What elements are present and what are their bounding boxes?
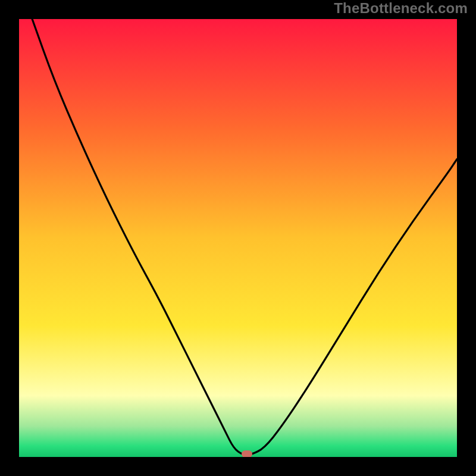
plot-area	[19, 19, 457, 457]
optimal-point-marker	[242, 450, 252, 457]
curve-layer	[19, 19, 457, 457]
chart-container: TheBottleneck.com	[0, 0, 476, 476]
watermark-text: TheBottleneck.com	[334, 0, 468, 17]
bottleneck-curve	[32, 19, 457, 455]
